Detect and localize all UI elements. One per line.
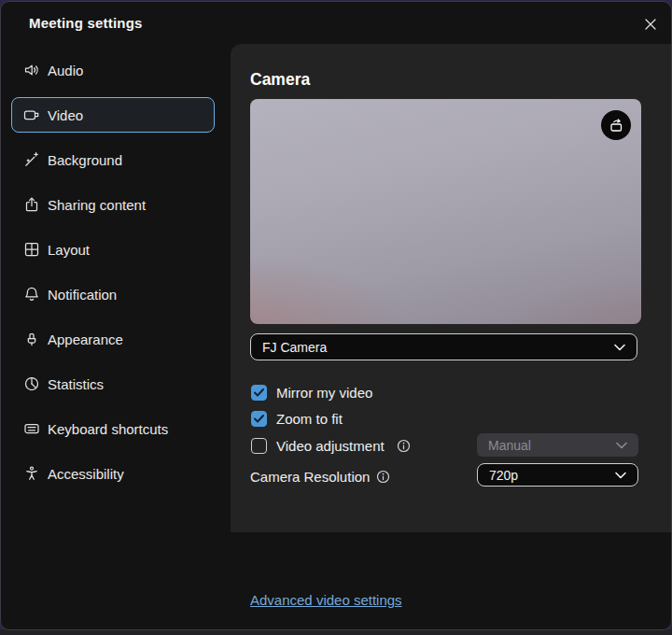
sidebar-item-label: Notification [48,287,117,303]
video-adjustment-checkbox[interactable] [251,438,267,454]
video-camera-icon [23,106,40,123]
video-adjustment-mode-select[interactable]: Manual [477,433,638,457]
camera-resolution-select[interactable]: 720p [477,463,638,487]
mirror-my-video-row: Mirror my video [251,384,372,401]
sidebar-item-label: Accessibility [48,466,124,482]
dialog-title: Meeting settings [29,15,143,31]
video-settings-panel: Camera FJ Camera Mirror my video [231,44,672,532]
sidebar-item-background[interactable]: Background [11,142,215,177]
rotate-camera-button[interactable] [601,110,631,140]
camera-resolution-label: Camera Resolution [250,469,370,485]
sidebar-item-label: Audio [48,63,83,78]
checkmark-icon [254,415,264,423]
camera-preview [250,99,641,324]
mirror-my-video-checkbox[interactable] [251,385,267,401]
sidebar-item-appearance[interactable]: Appearance [11,321,215,357]
magic-wand-icon [23,151,40,168]
section-heading: Camera [250,70,310,90]
video-adjustment-info-icon[interactable] [397,439,411,453]
sidebar-item-sharing-content[interactable]: Sharing content [11,187,215,222]
bell-icon [23,286,40,303]
close-icon [644,18,657,31]
chevron-down-icon [615,472,626,479]
accessibility-icon [23,465,40,482]
zoom-to-fit-label: Zoom to fit [276,411,343,427]
sidebar-item-label: Video [48,107,83,123]
sidebar-item-accessibility[interactable]: Accessibility [11,456,215,491]
video-adjustment-row: Video adjustment [251,437,411,454]
sidebar-item-keyboard-shortcuts[interactable]: Keyboard shortcuts [11,411,215,446]
zoom-to-fit-checkbox[interactable] [251,411,267,427]
sidebar-item-layout[interactable]: Layout [11,232,215,267]
sidebar-item-video[interactable]: Video [11,97,215,133]
rotate-camera-icon [609,118,624,134]
advanced-video-settings-link[interactable]: Advanced video settings [250,592,402,608]
camera-resolution-info-icon[interactable] [376,470,390,484]
meeting-settings-dialog: Meeting settings AudioVideoBackgroundSha… [0,1,672,630]
checkmark-icon [254,388,264,397]
sidebar-item-notification[interactable]: Notification [11,276,215,312]
keyboard-icon [23,420,40,437]
camera-resolution-value: 720p [489,468,518,483]
chevron-down-icon [614,344,625,351]
sidebar-item-label: Layout [48,242,90,258]
sidebar-item-label: Background [48,152,122,168]
settings-sidebar: AudioVideoBackgroundSharing contentLayou… [1,47,231,629]
chevron-down-icon [616,442,627,449]
paintbrush-icon [23,331,40,347]
sidebar-item-label: Sharing content [48,197,146,213]
sidebar-item-label: Appearance [48,332,123,347]
pie-chart-icon [23,375,40,392]
camera-resolution-row: Camera Resolution [250,469,390,485]
sidebar-item-label: Keyboard shortcuts [48,421,168,437]
mirror-my-video-label: Mirror my video [276,385,372,401]
video-adjustment-mode-value: Manual [488,438,531,453]
close-button[interactable] [637,11,664,37]
zoom-to-fit-row: Zoom to fit [251,410,343,427]
title-bar: Meeting settings [1,2,671,45]
sidebar-item-audio[interactable]: Audio [11,52,215,88]
sidebar-item-label: Statistics [48,376,104,392]
camera-device-value: FJ Camera [262,340,327,355]
camera-device-select[interactable]: FJ Camera [250,333,637,360]
sidebar-item-statistics[interactable]: Statistics [11,366,215,402]
speaker-icon [23,62,40,78]
video-adjustment-label: Video adjustment [276,438,385,454]
share-icon [23,196,40,213]
grid-icon [23,241,40,258]
